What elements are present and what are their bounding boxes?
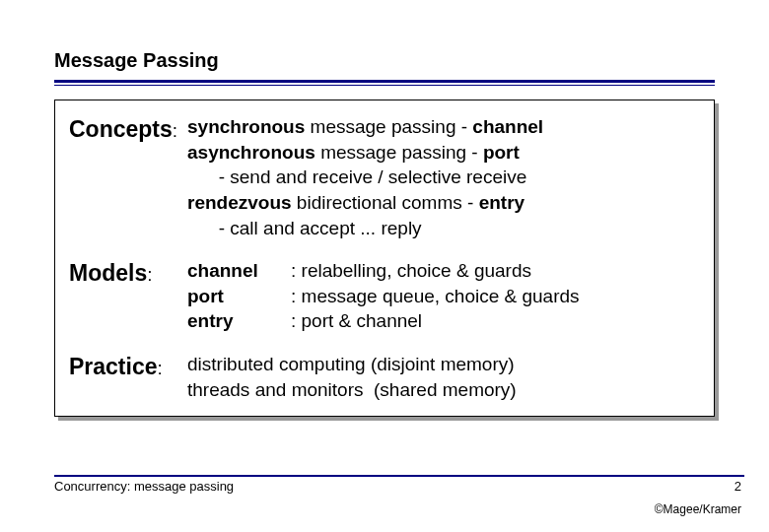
t: asynchronous: [187, 142, 315, 163]
concepts-label-text: Concepts: [69, 116, 173, 142]
concepts-line-4: rendezvous bidirectional comms - entry: [187, 190, 696, 216]
t: entry: [187, 308, 291, 334]
concepts-line-5: - call and accept ... reply: [187, 216, 696, 241]
models-col-vals: : relabelling, choice & guards : message…: [291, 258, 696, 334]
practice-label-text: Practice: [69, 354, 158, 379]
concepts-line-2: asynchronous message passing - port: [187, 140, 696, 166]
models-label: Models:: [69, 258, 187, 334]
t: : message queue, choice & guards: [291, 284, 696, 309]
practice-line-1: distributed computing (disjoint memory): [187, 352, 696, 377]
title-rule-thin: [54, 85, 715, 86]
t: message passing -: [305, 116, 472, 137]
copyright: ©Magee/Kramer: [655, 502, 741, 516]
t: channel: [472, 116, 543, 137]
t: rendezvous: [187, 192, 292, 213]
practice-body: distributed computing (disjoint memory) …: [187, 352, 696, 402]
t: channel: [187, 258, 291, 284]
t: synchronous: [187, 116, 305, 137]
models-label-text: Models: [69, 260, 147, 286]
models-section: Models: channel port entry : relabelling…: [69, 258, 696, 334]
title-rule-thick: [54, 80, 715, 83]
slide: Message Passing Concepts: synchronous me…: [0, 0, 769, 417]
t: - call and accept ... reply: [187, 218, 422, 238]
slide-title: Message Passing: [54, 49, 715, 72]
concepts-line-1: synchronous message passing - channel: [187, 114, 696, 140]
t: : relabelling, choice & guards: [291, 258, 696, 284]
concepts-label: Concepts:: [69, 114, 187, 240]
footer-rule: [54, 475, 744, 477]
concepts-body: synchronous message passing - channel as…: [187, 114, 696, 240]
page-number: 2: [734, 479, 741, 494]
models-body: channel port entry : relabelling, choice…: [187, 258, 696, 334]
t: port: [483, 142, 520, 163]
t: message passing -: [315, 142, 483, 163]
content-box: Concepts: synchronous message passing - …: [54, 100, 715, 417]
concepts-line-3: - send and receive / selective receive: [187, 165, 696, 190]
t: - send and receive / selective receive: [187, 166, 526, 187]
concepts-section: Concepts: synchronous message passing - …: [69, 114, 696, 240]
t: bidirectional comms -: [292, 192, 479, 213]
practice-line-2: threads and monitors (shared memory): [187, 377, 696, 403]
practice-label: Practice:: [69, 352, 187, 402]
practice-section: Practice: distributed computing (disjoin…: [69, 352, 696, 402]
t: : port & channel: [291, 308, 696, 334]
t: port: [187, 284, 291, 309]
footer-text: Concurrency: message passing: [54, 479, 234, 494]
models-col-keys: channel port entry: [187, 258, 291, 334]
t: entry: [479, 192, 524, 213]
